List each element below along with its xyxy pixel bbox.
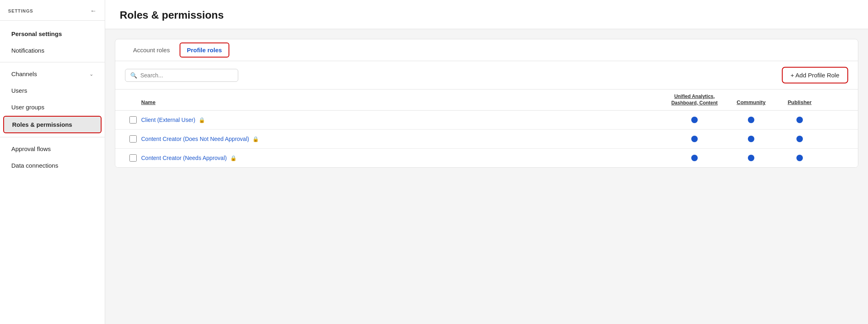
lock-icon: 🔒 (230, 155, 237, 161)
table-row: Client (External User) 🔒 (115, 111, 858, 130)
tabs-container: Account roles Profile roles (115, 39, 858, 61)
col-header-publisher: Publisher (775, 99, 824, 106)
sidebar-item-roles-permissions[interactable]: Roles & permissions (3, 116, 102, 133)
blue-dot (748, 117, 754, 123)
table-row: Content Creator (Does Not Need Approval)… (115, 130, 858, 149)
divider-2 (0, 137, 105, 137)
row-1-name[interactable]: Client (External User) 🔒 (141, 117, 662, 123)
sidebar: SETTINGS ← Personal settings Notificatio… (0, 0, 105, 324)
row-1-community (727, 117, 775, 123)
divider-1 (0, 62, 105, 62)
blue-dot (691, 117, 698, 123)
sidebar-nav: Personal settings Notifications Channels… (0, 21, 105, 324)
page-title: Roles & permissions (120, 9, 853, 21)
lock-icon: 🔒 (199, 117, 205, 123)
add-profile-role-button[interactable]: + Add Profile Role (782, 67, 849, 83)
row-3-publisher (775, 155, 824, 161)
sidebar-item-data-connections[interactable]: Data connections (3, 158, 102, 173)
sidebar-item-notifications[interactable]: Notifications (3, 43, 102, 58)
row-1-unified (662, 117, 727, 123)
table-header: Name Unified Analytics, Dashboard, Conte… (115, 90, 858, 111)
blue-dot (748, 136, 754, 142)
row-1-publisher (775, 117, 824, 123)
blue-dot (748, 155, 754, 161)
tab-account-roles[interactable]: Account roles (125, 40, 178, 61)
row-1-checkbox-cell (125, 116, 141, 124)
search-icon: 🔍 (130, 72, 137, 79)
back-button[interactable]: ← (90, 7, 97, 15)
main-header: Roles & permissions (105, 0, 868, 29)
row-2-name[interactable]: Content Creator (Does Not Need Approval)… (141, 136, 662, 142)
settings-title: SETTINGS (8, 9, 33, 13)
col-header-community: Community (727, 99, 775, 106)
main-content: Roles & permissions Account roles Profil… (105, 0, 868, 324)
row-3-community (727, 155, 775, 161)
row-3-name[interactable]: Content Creator (Needs Approval) 🔒 (141, 155, 662, 161)
row-1-checkbox[interactable] (129, 116, 137, 124)
sidebar-item-approval-flows[interactable]: Approval flows (3, 141, 102, 157)
sidebar-header: SETTINGS ← (0, 0, 105, 21)
tab-profile-roles[interactable]: Profile roles (180, 43, 229, 58)
row-2-checkbox[interactable] (129, 135, 137, 143)
search-box[interactable]: 🔍 (125, 69, 238, 82)
col-header-name: Name (141, 99, 662, 106)
roles-card: Account roles Profile roles 🔍 + Add Prof… (115, 39, 858, 168)
col-header-unified: Unified Analytics, Dashboard, Content (662, 94, 727, 106)
row-3-checkbox[interactable] (129, 154, 137, 162)
row-3-checkbox-cell (125, 154, 141, 162)
sidebar-item-users[interactable]: Users (3, 83, 102, 98)
blue-dot (691, 155, 698, 161)
chevron-down-icon: ⌄ (89, 71, 93, 77)
sidebar-item-channels[interactable]: Channels ⌄ (3, 66, 102, 82)
toolbar: 🔍 + Add Profile Role (115, 61, 858, 90)
row-2-community (727, 136, 775, 142)
blue-dot (691, 136, 698, 142)
sidebar-item-personal-settings[interactable]: Personal settings (3, 26, 102, 42)
row-2-checkbox-cell (125, 135, 141, 143)
lock-icon: 🔒 (252, 136, 259, 142)
row-2-unified (662, 136, 727, 142)
row-3-unified (662, 155, 727, 161)
sidebar-item-user-groups[interactable]: User groups (3, 99, 102, 115)
row-2-publisher (775, 136, 824, 142)
blue-dot (796, 136, 803, 142)
blue-dot (796, 117, 803, 123)
search-input[interactable] (140, 72, 233, 79)
content-area: Account roles Profile roles 🔍 + Add Prof… (105, 29, 868, 324)
table-row: Content Creator (Needs Approval) 🔒 (115, 149, 858, 167)
blue-dot (796, 155, 803, 161)
